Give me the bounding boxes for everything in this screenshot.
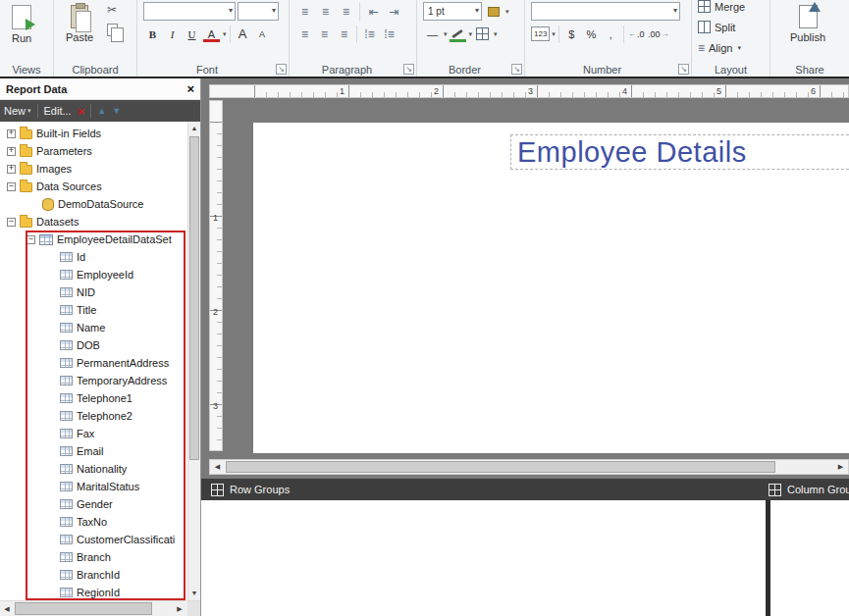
tree-item-field[interactable]: Telephone2 — [1, 407, 187, 425]
move-down-icon[interactable] — [112, 107, 121, 116]
align-bottom-button[interactable]: ≡ — [335, 25, 353, 43]
tree-item-field[interactable]: RegionId — [1, 584, 187, 600]
pen-color-button[interactable] — [449, 25, 467, 43]
font-dialog-launcher-icon[interactable]: ↘ — [276, 64, 287, 75]
font-color-button[interactable]: A — [202, 25, 221, 43]
align-button[interactable]: ≡ Align ▾ — [698, 42, 741, 54]
tree-item-field[interactable]: Nationality — [1, 460, 187, 478]
grow-font-button[interactable]: A — [234, 25, 252, 43]
expand-icon[interactable] — [7, 147, 16, 156]
italic-button[interactable]: I — [163, 25, 182, 43]
indent-decrease-button[interactable]: ⇤ — [364, 2, 383, 21]
number-format-caret-icon[interactable]: ▾ — [552, 30, 556, 38]
tree-item-field[interactable]: DOB — [1, 336, 187, 354]
tree-item-field[interactable]: CustomerClassificati — [1, 531, 187, 548]
font-size-select[interactable] — [238, 2, 279, 21]
tree-item-field[interactable]: Id — [1, 248, 187, 266]
tree-item-field[interactable]: TemporaryAddress — [1, 372, 187, 389]
scroll-right-icon[interactable] — [833, 460, 848, 474]
justify-right-button[interactable]: ≡ — [337, 2, 355, 21]
justify-left-button[interactable]: ≡ — [295, 2, 314, 21]
collapse-icon[interactable] — [7, 182, 16, 191]
tree-item-field[interactable]: EmployeeId — [1, 266, 187, 283]
report-canvas[interactable]: Employee Details — [253, 123, 849, 453]
scroll-left-icon[interactable] — [210, 460, 225, 474]
tree-item-field[interactable]: Branch — [1, 548, 187, 566]
tree-item-field[interactable]: TaxNo — [1, 513, 187, 531]
scroll-up-icon[interactable] — [188, 122, 200, 135]
border-color-button[interactable] — [484, 2, 503, 21]
number-format-select[interactable] — [531, 2, 680, 21]
delete-icon[interactable]: × — [78, 105, 85, 118]
percent-button[interactable]: % — [582, 25, 601, 43]
merge-button[interactable]: Merge — [698, 0, 745, 13]
borders-button[interactable] — [473, 25, 492, 43]
bullets-button[interactable]: ⁞≡ — [360, 25, 379, 43]
paragraph-dialog-launcher-icon[interactable]: ↘ — [403, 64, 414, 75]
border-width-select[interactable]: 1 pt — [423, 2, 482, 21]
scrollbar-thumb[interactable] — [15, 602, 152, 615]
scrollbar-thumb[interactable] — [189, 136, 199, 460]
border-color-caret-icon[interactable]: ▾ — [505, 8, 509, 16]
expand-icon[interactable] — [7, 165, 16, 174]
decrease-decimal-button[interactable]: .00 — [647, 25, 670, 43]
expand-icon[interactable] — [7, 129, 16, 138]
tree-item-field[interactable]: BranchId — [1, 566, 187, 584]
tree-item-field[interactable]: Telephone1 — [1, 389, 187, 407]
justify-center-button[interactable]: ≡ — [316, 2, 335, 21]
pen-color-caret-icon[interactable]: ▾ — [469, 30, 473, 38]
indent-increase-button[interactable]: ⇥ — [385, 2, 403, 21]
borders-caret-icon[interactable]: ▾ — [494, 30, 498, 38]
tree-horizontal-scrollbar[interactable] — [0, 600, 200, 616]
border-dialog-launcher-icon[interactable]: ↘ — [511, 64, 522, 75]
report-title-textbox[interactable]: Employee Details — [510, 134, 849, 170]
shrink-font-button[interactable]: A — [253, 25, 272, 43]
tree-item-field[interactable]: Gender — [1, 495, 187, 513]
groups-pane-divider[interactable] — [766, 500, 770, 616]
scrollbar-thumb[interactable] — [226, 461, 775, 473]
underline-button[interactable]: U — [183, 25, 201, 43]
tree-vertical-scrollbar[interactable] — [187, 122, 200, 600]
tree-item-field[interactable]: MaritalStatus — [1, 478, 187, 495]
tree-item-data-sources[interactable]: Data Sources — [1, 178, 187, 195]
align-top-button[interactable]: ≡ — [295, 25, 314, 43]
copy-icon[interactable] — [107, 24, 118, 36]
tree-item-parameters[interactable]: Parameters — [1, 142, 187, 160]
tree-item-demo-data-source[interactable]: DemoDataSource — [1, 195, 187, 213]
collapse-icon[interactable] — [7, 218, 16, 227]
border-style-caret-icon[interactable]: ▾ — [444, 30, 448, 38]
currency-button[interactable]: $ — [562, 25, 581, 43]
new-button[interactable]: New ▾ — [4, 105, 31, 117]
border-style-button[interactable]: — — [423, 25, 442, 43]
tree-item-dataset[interactable]: EmployeeDetailDataSet — [1, 231, 187, 248]
scroll-right-icon[interactable] — [173, 601, 186, 616]
bold-button[interactable]: B — [143, 25, 162, 43]
tree-item-built-in-fields[interactable]: Built-in Fields — [1, 125, 187, 142]
tree-item-field[interactable]: Fax — [1, 425, 187, 442]
split-button[interactable]: Split — [698, 21, 735, 33]
edit-button[interactable]: Edit... — [44, 105, 72, 117]
number-dialog-launcher-icon[interactable]: ↘ — [678, 64, 689, 75]
tree-item-field[interactable]: PermanentAddress — [1, 354, 187, 372]
tree-item-field[interactable]: Title — [1, 301, 187, 319]
align-middle-button[interactable]: ≡ — [315, 25, 334, 43]
numbering-button[interactable]: ⁞≡ — [380, 25, 398, 43]
close-panel-icon[interactable]: × — [186, 81, 194, 96]
comma-button[interactable]: , — [602, 25, 620, 43]
tree-item-images[interactable]: Images — [1, 160, 187, 178]
run-button[interactable]: Run — [6, 2, 37, 47]
move-up-icon[interactable] — [97, 107, 106, 116]
paste-button[interactable]: Paste — [60, 2, 99, 46]
tree-item-field[interactable]: Email — [1, 442, 187, 460]
cut-icon[interactable]: ✂ — [107, 4, 118, 16]
tree-item-field[interactable]: NID — [1, 283, 187, 301]
publish-button[interactable]: Publish — [784, 2, 831, 46]
number-format-button[interactable]: 123 — [531, 26, 550, 41]
tree-item-datasets[interactable]: Datasets — [1, 213, 187, 231]
tree-item-field[interactable]: Name — [1, 319, 187, 336]
font-family-select[interactable] — [143, 2, 236, 21]
font-color-caret-icon[interactable]: ▾ — [223, 30, 227, 38]
design-horizontal-scrollbar[interactable] — [209, 459, 849, 475]
collapse-icon[interactable] — [27, 235, 35, 244]
increase-decimal-button[interactable]: .0 — [627, 25, 646, 43]
